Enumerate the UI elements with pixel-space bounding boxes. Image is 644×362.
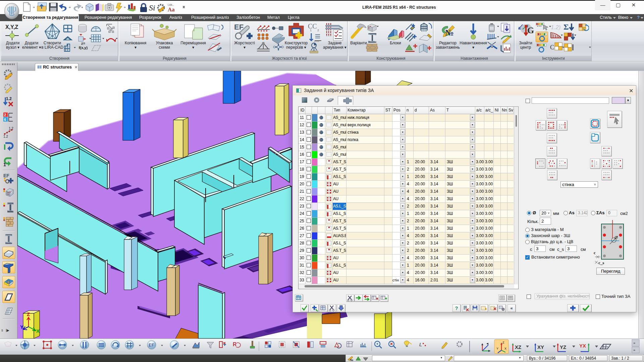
svg-text:EF: EF xyxy=(149,343,154,348)
svg-text:i,xx..: i,xx.. xyxy=(168,3,174,6)
svg-text:»: » xyxy=(633,341,635,345)
svg-text:C: C xyxy=(550,44,554,51)
svg-text:G: G xyxy=(527,26,534,35)
svg-text:Aa: Aa xyxy=(168,6,175,13)
svg-text:XZ: XZ xyxy=(515,344,521,350)
svg-text:Ø: Ø xyxy=(614,235,618,240)
svg-text:Y: Y xyxy=(20,324,23,330)
svg-text:X: X xyxy=(36,328,40,334)
svg-text:1.2: 1.2 xyxy=(6,96,12,101)
svg-text:c_s: c_s xyxy=(598,260,604,265)
svg-text:№: № xyxy=(445,28,454,38)
svg-text:EF: EF xyxy=(3,173,9,178)
svg-text:CC: CC xyxy=(308,22,317,30)
svg-text:2: 2 xyxy=(4,113,6,117)
svg-text:X: X xyxy=(504,347,506,350)
svg-text:Σ: Σ xyxy=(564,23,569,31)
svg-text:Z: Z xyxy=(502,341,504,344)
svg-text:R: R xyxy=(233,342,237,347)
svg-text:c: c xyxy=(594,250,596,255)
svg-text:XY: XY xyxy=(537,344,544,350)
svg-text:1: 1 xyxy=(3,162,6,167)
svg-text:1.2: 1.2 xyxy=(3,135,8,138)
svg-text:L: L xyxy=(419,342,422,347)
svg-text:1.2): 1.2) xyxy=(551,24,560,31)
svg-text:Si: Si xyxy=(149,3,155,12)
svg-text:№: № xyxy=(350,358,353,362)
svg-text:1: 1 xyxy=(310,29,312,32)
svg-text:X,Y,Z: X,Y,Z xyxy=(5,24,18,30)
svg-text:Y: Y xyxy=(496,347,498,350)
svg-text:YZ: YZ xyxy=(560,344,566,350)
svg-text:Z: Z xyxy=(27,311,30,317)
svg-text:2: 2 xyxy=(317,29,319,32)
svg-text:6: 6 xyxy=(4,118,6,122)
svg-text:YX: YX xyxy=(579,343,586,349)
svg-text:»: » xyxy=(633,348,635,352)
